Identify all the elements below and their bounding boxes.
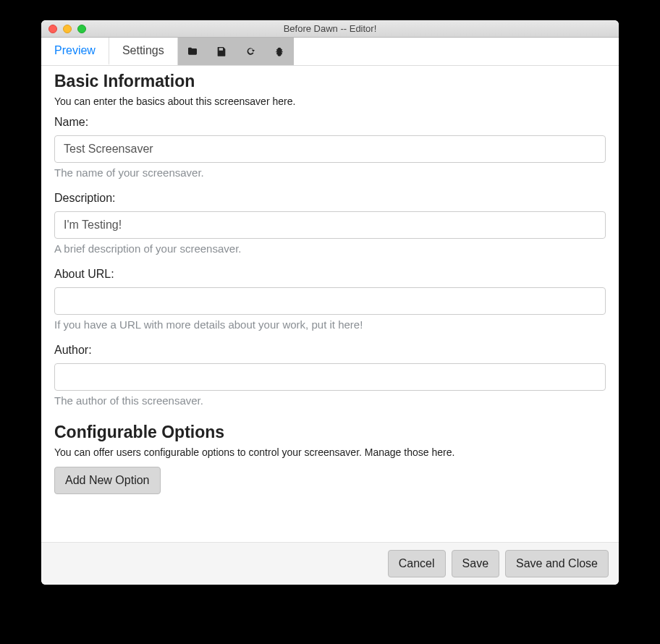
description-input[interactable] bbox=[54, 211, 606, 239]
folder-icon bbox=[187, 46, 198, 57]
editor-window: Before Dawn -- Editor! Preview Settings … bbox=[41, 20, 619, 585]
author-field-group: Author: The author of this screensaver. bbox=[54, 344, 606, 407]
cancel-button[interactable]: Cancel bbox=[388, 550, 446, 577]
description-hint: A brief description of your screensaver. bbox=[54, 242, 606, 255]
basic-info-heading: Basic Information bbox=[54, 72, 606, 91]
name-field-group: Name: The name of your screensaver. bbox=[54, 116, 606, 179]
configurable-options-section: Configurable Options You can offer users… bbox=[54, 423, 606, 494]
author-input[interactable] bbox=[54, 363, 606, 391]
close-window-button[interactable] bbox=[48, 25, 57, 33]
open-folder-button[interactable] bbox=[178, 38, 207, 65]
about-url-field-group: About URL: If you have a URL with more d… bbox=[54, 268, 606, 331]
bug-icon bbox=[274, 46, 285, 57]
name-input[interactable] bbox=[54, 135, 606, 163]
save-and-close-button[interactable]: Save and Close bbox=[505, 550, 609, 577]
reload-button[interactable] bbox=[236, 38, 265, 65]
name-label: Name: bbox=[54, 116, 606, 129]
tab-settings[interactable]: Settings bbox=[109, 38, 178, 65]
tab-preview[interactable]: Preview bbox=[41, 38, 109, 65]
about-url-label: About URL: bbox=[54, 268, 606, 281]
options-heading: Configurable Options bbox=[54, 423, 606, 442]
window-title: Before Dawn -- Editor! bbox=[41, 23, 619, 34]
description-label: Description: bbox=[54, 192, 606, 205]
author-label: Author: bbox=[54, 344, 606, 357]
window-controls bbox=[41, 25, 86, 33]
save-file-button[interactable] bbox=[207, 38, 236, 65]
debug-button[interactable] bbox=[265, 38, 294, 65]
save-icon bbox=[216, 46, 227, 57]
reload-icon bbox=[245, 46, 256, 57]
titlebar: Before Dawn -- Editor! bbox=[41, 20, 619, 38]
maximize-window-button[interactable] bbox=[77, 25, 86, 33]
toolbar bbox=[178, 38, 294, 65]
tabs-row: Preview Settings bbox=[41, 38, 619, 66]
author-hint: The author of this screensaver. bbox=[54, 394, 606, 407]
about-url-input[interactable] bbox=[54, 287, 606, 315]
save-button[interactable]: Save bbox=[452, 550, 499, 577]
content-area: Basic Information You can enter the basi… bbox=[41, 66, 619, 542]
basic-info-sub: You can enter the basics about this scre… bbox=[54, 96, 606, 107]
content-spacer bbox=[54, 494, 606, 528]
options-sub: You can offer users configurable options… bbox=[54, 446, 606, 458]
footer: Cancel Save Save and Close bbox=[41, 542, 619, 585]
name-hint: The name of your screensaver. bbox=[54, 166, 606, 179]
description-field-group: Description: A brief description of your… bbox=[54, 192, 606, 255]
about-url-hint: If you have a URL with more details abou… bbox=[54, 318, 606, 331]
add-new-option-button[interactable]: Add New Option bbox=[54, 467, 161, 494]
minimize-window-button[interactable] bbox=[63, 25, 72, 33]
